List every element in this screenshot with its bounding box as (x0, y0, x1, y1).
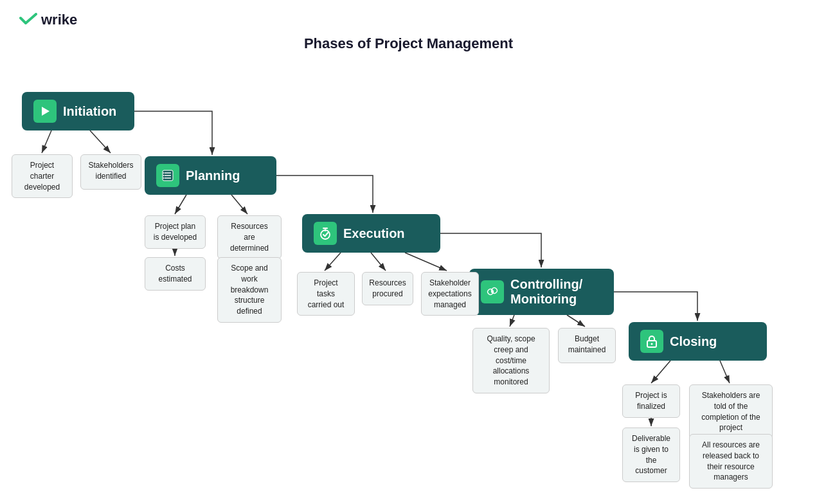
svg-line-10 (510, 315, 514, 327)
svg-marker-16 (42, 107, 49, 116)
svg-line-11 (567, 315, 585, 327)
controlling-icon (481, 280, 504, 303)
detail-d7: Project tasks carried out (297, 272, 355, 316)
phase-closing: Closing (629, 322, 767, 361)
execution-icon (314, 222, 337, 245)
detail-d8: Resources procured (362, 272, 413, 305)
initiation-label: Initiation (63, 104, 116, 119)
svg-line-4 (231, 195, 247, 214)
detail-d9: Stakeholder expectations managed (421, 272, 479, 316)
detail-d12: Project is finalized (622, 384, 680, 418)
detail-d6: Scope and work breakdown structure defin… (217, 257, 282, 323)
svg-point-23 (163, 177, 165, 179)
closing-icon (640, 330, 663, 353)
phase-controlling: Controlling/ Monitoring (469, 269, 614, 315)
phase-initiation: Initiation (22, 92, 134, 130)
logo: wrike (19, 12, 77, 28)
svg-point-24 (321, 230, 330, 239)
svg-point-27 (491, 291, 494, 293)
logo-text: wrike (41, 12, 77, 28)
svg-point-21 (163, 172, 165, 174)
page-title: Phases of Project Management (0, 35, 817, 52)
controlling-label: Controlling/ Monitoring (510, 277, 602, 307)
logo-icon (19, 13, 37, 27)
svg-line-12 (651, 361, 670, 383)
phase-execution: Execution (302, 214, 440, 253)
initiation-icon (33, 100, 57, 123)
detail-d1: Project charter developed (12, 154, 73, 198)
detail-d2: Stakeholders identified (80, 154, 141, 190)
detail-d15: All resources are released back to their… (689, 434, 773, 489)
svg-line-13 (720, 361, 730, 383)
detail-d5: Resources are determined (217, 215, 282, 259)
detail-d13: Stakeholders are told of the completion … (689, 384, 773, 439)
detail-d4: Costs estimated (145, 257, 206, 291)
detail-d3: Project plan is developed (145, 215, 206, 249)
closing-label: Closing (670, 334, 717, 349)
execution-label: Execution (343, 226, 405, 241)
detail-d14: Deliverable is given to the customer (622, 428, 680, 482)
svg-line-1 (42, 130, 51, 153)
phase-planning: Planning (145, 156, 276, 195)
svg-line-8 (371, 253, 386, 271)
svg-line-7 (325, 253, 341, 271)
detail-d10: Quality, scope creep and cost/time alloc… (472, 328, 550, 393)
planning-label: Planning (186, 168, 240, 183)
detail-d11: Budget maintained (558, 328, 616, 363)
svg-line-2 (90, 130, 111, 153)
planning-icon (156, 164, 179, 187)
svg-point-22 (163, 175, 165, 176)
svg-line-9 (405, 253, 447, 271)
svg-point-29 (651, 343, 653, 345)
svg-line-3 (175, 195, 186, 214)
